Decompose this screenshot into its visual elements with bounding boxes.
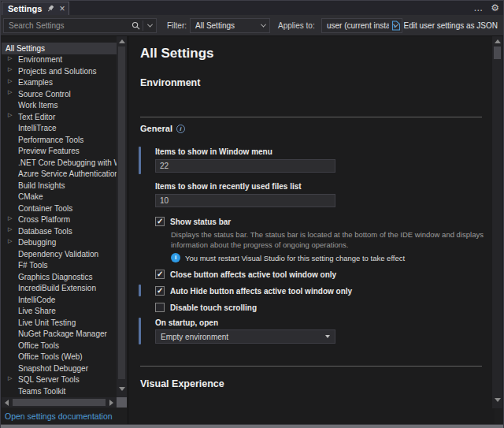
sidebar-item-examples[interactable]: ▷ Examples	[2, 77, 117, 89]
filter-label: Filter:	[167, 15, 187, 36]
expand-chevron-icon[interactable]: ▷	[8, 78, 12, 84]
sidebar-item-label: Source Control	[18, 90, 71, 99]
sidebar-item-net-core-debugging-with-w[interactable]: ▷ .NET Core Debugging with W	[2, 157, 117, 169]
settings-window: Settings × … ⚙	[0, 0, 504, 428]
chevron-down-icon	[325, 335, 330, 338]
sidebar-item-label: IncrediBuild Extension	[18, 284, 96, 292]
scrollbar-thumb[interactable]	[13, 399, 106, 406]
sidebar-item-label: Office Tools (Web)	[18, 352, 83, 361]
sidebar-item-projects-and-solutions[interactable]: ▷ Projects and Solutions	[2, 65, 117, 77]
sidebar-item-label: Graphics Diagnostics	[18, 273, 92, 281]
tab-settings[interactable]: Settings ×	[2, 2, 69, 15]
scroll-down-icon[interactable]	[495, 398, 501, 402]
sidebar-item-teams-toolkit[interactable]: ▷ Teams Toolkit	[2, 385, 117, 397]
setting-description: Displays the status bar. The status bar …	[171, 229, 484, 250]
sidebar-horizontal-scrollbar[interactable]	[2, 397, 117, 408]
sidebar-item-office-tools[interactable]: ▷ Office Tools	[2, 340, 117, 352]
window-menu-items-input[interactable]	[155, 159, 335, 173]
sidebar-item-azure-service-authentication[interactable]: ▷ Azure Service Authentication	[2, 169, 117, 181]
checkbox-label: Auto Hide button affects active tool win…	[170, 287, 352, 296]
sidebar-item-office-tools-web[interactable]: ▷ Office Tools (Web)	[2, 352, 117, 363]
sidebar-item-database-tools[interactable]: ▷ Database Tools	[2, 225, 117, 237]
sidebar-item-preview-features[interactable]: ▷ Preview Features	[2, 146, 117, 158]
expand-chevron-icon[interactable]: ▷	[8, 238, 12, 244]
sidebar-item-text-editor[interactable]: ▷ Text Editor	[2, 111, 117, 123]
sidebar-item-label: F# Tools	[18, 261, 48, 270]
filter-value: All Settings	[191, 21, 257, 30]
sidebar-item-work-items[interactable]: ▷ Work Items	[2, 100, 117, 112]
scroll-down-icon[interactable]	[119, 387, 125, 391]
scroll-right-icon[interactable]	[109, 400, 113, 406]
sidebar-item-label: SQL Server Tools	[18, 375, 80, 384]
sidebar-item-all-settings[interactable]: ▷ All Settings	[2, 43, 117, 54]
sidebar-item-source-control[interactable]: ▷ Source Control	[2, 88, 117, 100]
scroll-left-icon[interactable]	[5, 400, 9, 406]
gear-icon[interactable]: ⚙	[491, 2, 499, 13]
tab-close-icon[interactable]: ×	[59, 4, 65, 13]
modified-indicator	[139, 147, 141, 174]
recent-files-items-input[interactable]	[155, 194, 335, 207]
sidebar-item-graphics-diagnostics[interactable]: ▷ Graphics Diagnostics	[2, 271, 117, 283]
scrollbar-thumb[interactable]	[118, 47, 125, 379]
scroll-up-icon[interactable]	[119, 39, 125, 43]
sidebar-item-build-insights[interactable]: ▷ Build Insights	[2, 180, 117, 192]
settings-toolbar: Filter: All Settings Applies to: user (c…	[1, 15, 503, 36]
sidebar-item-cross-platform[interactable]: ▷ Cross Platform	[2, 214, 117, 226]
checkbox[interactable]	[155, 286, 165, 296]
sidebar-item-label: Work Items	[18, 101, 57, 110]
disable-touch-row[interactable]: Disable touch scrolling	[155, 302, 257, 313]
show-status-bar-row[interactable]: Show status bar	[155, 216, 231, 227]
sidebar-item-sql-server-tools[interactable]: ▷ SQL Server Tools	[2, 374, 117, 386]
sidebar-item-performance-tools[interactable]: ▷ Performance Tools	[2, 134, 117, 146]
sidebar-item-live-unit-testing[interactable]: ▷ Live Unit Testing	[2, 317, 117, 329]
sidebar-item-snapshot-debugger[interactable]: ▷ Snapshot Debugger	[2, 363, 117, 374]
expand-chevron-icon[interactable]: ▷	[8, 55, 12, 61]
restart-note: i You must restart Visual Studio for thi…	[171, 253, 405, 262]
checkbox-label: Close button affects active tool window …	[170, 270, 336, 279]
search-input[interactable]	[4, 21, 128, 30]
expand-chevron-icon[interactable]: ▷	[8, 66, 12, 73]
pin-icon[interactable]	[46, 5, 54, 13]
sidebar-item-live-share[interactable]: ▷ Live Share	[2, 306, 117, 318]
search-box[interactable]	[3, 18, 157, 33]
checkbox-label: Show status bar	[170, 218, 231, 226]
expand-chevron-icon[interactable]: ▷	[8, 89, 12, 95]
sidebar-item-cmake[interactable]: ▷ CMake	[2, 192, 117, 203]
expand-chevron-icon[interactable]: ▷	[8, 375, 12, 381]
edit-json-button[interactable]: Edit user settings as JSON	[388, 18, 502, 33]
sidebar-item-label: .NET Core Debugging with W	[18, 158, 117, 167]
on-startup-dropdown[interactable]: Empty environment	[155, 329, 335, 344]
checkbox[interactable]	[155, 303, 165, 312]
scroll-up-icon[interactable]	[495, 39, 501, 43]
sidebar-item-label: Examples	[18, 78, 53, 87]
sidebar-item-dependency-validation[interactable]: ▷ Dependency Validation	[2, 248, 117, 260]
setting-label: Items to show in recently used files lis…	[155, 182, 302, 191]
auto-hide-row[interactable]: Auto Hide button affects active tool win…	[155, 285, 352, 296]
expand-chevron-icon[interactable]: ▷	[8, 226, 12, 233]
checkbox[interactable]	[155, 217, 165, 226]
sidebar-item-container-tools[interactable]: ▷ Container Tools	[2, 203, 117, 214]
scrollbar-thumb[interactable]	[494, 47, 501, 59]
filter-combobox[interactable]: All Settings	[190, 18, 270, 33]
sidebar-item-environment[interactable]: ▷ Environment	[2, 54, 117, 66]
sidebar-item-incredibuild-extension[interactable]: ▷ IncrediBuild Extension	[2, 283, 117, 295]
main-vertical-scrollbar[interactable]	[492, 36, 502, 408]
expand-chevron-icon[interactable]: ▷	[8, 215, 12, 221]
help-info-icon[interactable]: i	[176, 125, 185, 133]
checkbox[interactable]	[155, 270, 165, 279]
close-button-row[interactable]: Close button affects active tool window …	[155, 269, 336, 280]
search-options-chevron-icon[interactable]	[143, 24, 156, 28]
expand-chevron-icon[interactable]: ▷	[8, 112, 12, 118]
sidebar-item-intellitrace[interactable]: ▷ IntelliTrace	[2, 123, 117, 135]
sidebar-item-nuget-package-manager[interactable]: ▷ NuGet Package Manager	[2, 329, 117, 341]
sidebar-vertical-scrollbar[interactable]	[117, 36, 127, 397]
sidebar-item-label: Teams Toolkit	[18, 387, 65, 396]
overflow-menu-icon[interactable]: …	[473, 2, 484, 13]
sidebar-item-intellicode[interactable]: ▷ IntelliCode	[2, 294, 117, 306]
open-settings-documentation-link[interactable]: Open settings documentation	[5, 411, 113, 421]
sidebar-item-debugging[interactable]: ▷ Debugging	[2, 237, 117, 249]
modified-indicator	[139, 318, 141, 344]
search-icon[interactable]	[128, 21, 143, 30]
sidebar-item-f-tools[interactable]: ▷ F# Tools	[2, 260, 117, 272]
json-file-icon	[391, 20, 401, 31]
